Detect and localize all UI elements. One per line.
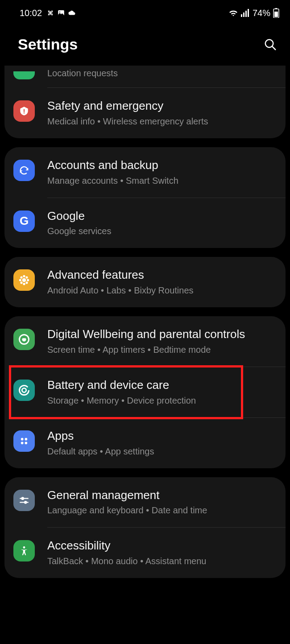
svg-rect-7 <box>274 12 278 17</box>
svg-rect-3 <box>243 12 244 17</box>
wellbeing-icon <box>13 329 35 350</box>
settings-group: Digital Wellbeing and parental controls … <box>4 316 286 468</box>
battery-icon <box>273 8 279 18</box>
settings-item-general-management[interactable]: General management Language and keyboard… <box>4 477 286 528</box>
item-subtitle: Medical info • Wireless emergency alerts <box>47 116 278 128</box>
item-subtitle: Default apps • App settings <box>47 446 278 458</box>
accessibility-icon <box>13 540 35 561</box>
svg-rect-5 <box>248 9 249 17</box>
item-title: Google <box>47 209 278 224</box>
battery-percent: 74% <box>253 8 270 18</box>
sync-icon <box>13 160 35 181</box>
status-bar: 10:02 74% <box>0 0 290 21</box>
svg-rect-11 <box>24 109 25 112</box>
settings-item-digital-wellbeing[interactable]: Digital Wellbeing and parental controls … <box>4 316 286 367</box>
item-subtitle: Language and keyboard • Date and time <box>47 504 278 516</box>
search-icon <box>264 38 277 51</box>
settings-item-safety-emergency[interactable]: Safety and emergency Medical info • Wire… <box>4 88 286 138</box>
item-title: Accounts and backup <box>47 158 278 173</box>
settings-item-apps[interactable]: Apps Default apps • App settings <box>4 418 286 468</box>
gear-flower-icon <box>13 269 35 291</box>
svg-rect-12 <box>24 112 25 113</box>
svg-point-19 <box>25 277 28 279</box>
svg-rect-2 <box>241 14 242 17</box>
svg-point-32 <box>25 501 26 503</box>
svg-point-24 <box>22 388 26 392</box>
svg-point-26 <box>25 438 28 441</box>
item-title: General management <box>47 488 278 503</box>
item-title: Digital Wellbeing and parental controls <box>47 327 278 342</box>
settings-item-accounts-backup[interactable]: Accounts and backup Manage accounts • Sm… <box>4 147 286 198</box>
svg-point-1 <box>59 12 60 12</box>
svg-point-18 <box>20 277 22 279</box>
item-subtitle: Storage • Memory • Device protection <box>47 395 278 407</box>
clock: 10:02 <box>20 8 42 18</box>
svg-point-25 <box>21 438 24 441</box>
safety-icon <box>13 100 35 122</box>
item-subtitle: Manage accounts • Smart Switch <box>47 175 278 187</box>
cloud-icon <box>68 10 76 16</box>
svg-point-14 <box>23 275 25 277</box>
image-icon <box>57 9 65 17</box>
location-icon <box>13 71 35 79</box>
item-subtitle: TalkBack • Mono audio • Assistant menu <box>47 555 278 567</box>
svg-point-27 <box>21 442 24 444</box>
pinwheel-icon <box>46 9 54 17</box>
settings-item-google[interactable]: G Google Google services <box>4 198 286 248</box>
settings-item-battery-device-care[interactable]: Battery and device care Storage • Memory… <box>4 367 286 417</box>
header: Settings <box>0 21 290 66</box>
svg-point-15 <box>23 283 25 285</box>
sliders-icon <box>13 490 35 511</box>
settings-group: General management Language and keyboard… <box>4 477 286 578</box>
svg-point-17 <box>27 279 29 281</box>
item-title: Apps <box>47 429 278 444</box>
item-subtitle: Location requests <box>47 67 278 79</box>
item-title: Battery and device care <box>47 378 278 393</box>
svg-point-20 <box>20 282 22 284</box>
svg-point-23 <box>20 385 29 395</box>
item-subtitle: Android Auto • Labs • Bixby Routines <box>47 285 278 297</box>
settings-item-advanced-features[interactable]: Advanced features Android Auto • Labs • … <box>4 257 286 307</box>
settings-group: Advanced features Android Auto • Labs • … <box>4 257 286 307</box>
svg-point-13 <box>22 278 26 282</box>
svg-line-10 <box>272 46 276 50</box>
item-title: Accessibility <box>47 538 278 553</box>
svg-point-16 <box>19 279 21 281</box>
status-app-icons <box>46 9 76 17</box>
settings-group: Accounts and backup Manage accounts • Sm… <box>4 147 286 248</box>
svg-rect-4 <box>245 11 247 17</box>
svg-point-33 <box>23 546 25 549</box>
svg-point-28 <box>25 442 28 444</box>
apps-icon <box>13 430 35 452</box>
item-subtitle: Screen time • App timers • Bedtime mode <box>47 344 278 356</box>
signal-icon <box>241 9 250 17</box>
svg-point-21 <box>25 282 28 284</box>
item-title: Advanced features <box>47 268 278 283</box>
wifi-icon <box>228 9 238 17</box>
page-title: Settings <box>18 36 78 53</box>
settings-item-accessibility[interactable]: Accessibility TalkBack • Mono audio • As… <box>4 528 286 578</box>
settings-item-location[interactable]: Location requests <box>4 66 286 87</box>
google-icon: G <box>13 211 35 232</box>
settings-group: Location requests Safety and emergency M… <box>4 66 286 138</box>
item-title: Safety and emergency <box>47 99 278 114</box>
status-right: 74% <box>228 8 279 18</box>
svg-point-30 <box>22 497 24 499</box>
status-left: 10:02 <box>20 8 76 18</box>
item-subtitle: Google services <box>47 225 278 237</box>
device-care-icon <box>13 380 35 401</box>
search-button[interactable] <box>263 37 278 52</box>
svg-rect-8 <box>275 8 277 9</box>
